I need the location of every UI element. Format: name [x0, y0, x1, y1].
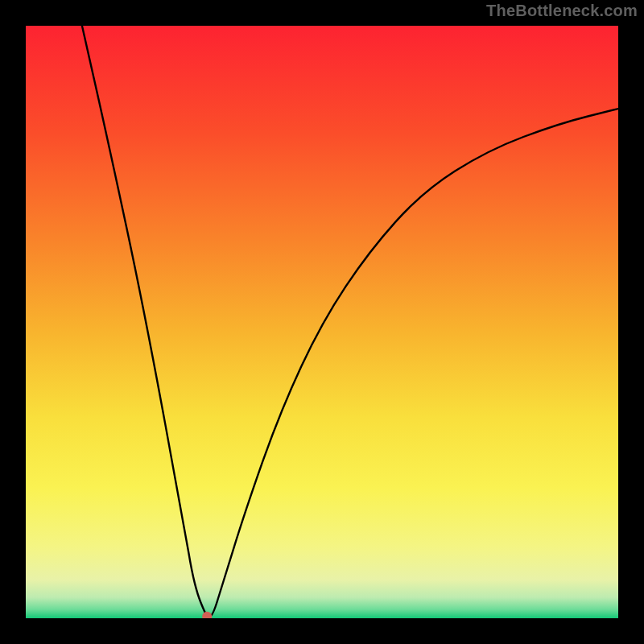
- watermark-text: TheBottleneck.com: [486, 2, 638, 20]
- plot-background: [26, 26, 618, 618]
- chart-stage: TheBottleneck.com: [0, 0, 644, 644]
- gradient-plot: [26, 26, 618, 618]
